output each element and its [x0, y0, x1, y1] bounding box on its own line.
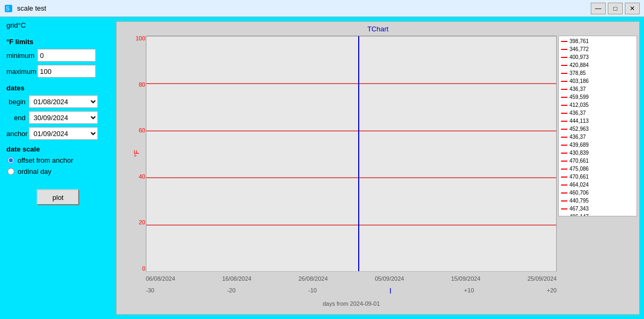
maximize-button[interactable]: □ — [608, 3, 623, 14]
legend-dash — [561, 73, 567, 74]
legend-value: 436,37 — [569, 85, 586, 93]
offset-label: offset from anchor — [18, 156, 73, 164]
legend-item: 459,599 — [561, 93, 634, 101]
grid-line-100 — [146, 36, 556, 37]
minimize-button[interactable]: — — [591, 3, 606, 14]
legend-dash — [561, 169, 567, 170]
legend-dash — [561, 137, 567, 138]
grid-label: grid°C — [6, 21, 110, 29]
legend-dash — [561, 153, 567, 154]
legend-value: 378,85 — [569, 69, 586, 77]
x-date-6: 25/09/2024 — [527, 275, 557, 282]
window-controls: — □ ✕ — [591, 3, 640, 14]
legend-value: 470,661 — [569, 157, 589, 165]
anchor-label: anchor — [6, 130, 26, 138]
x-day-1: -30 — [146, 287, 154, 293]
x-axis-days: -30 -20 -10 | +10 +20 — [146, 286, 557, 295]
tick-left-100: 100 — [136, 36, 145, 41]
legend-item: 403,186 — [561, 77, 634, 85]
legend-value: 412,035 — [569, 101, 589, 109]
minimum-input[interactable] — [37, 49, 96, 62]
legend-dash — [561, 145, 567, 146]
maximum-row: maximum — [6, 65, 110, 78]
x-axis-anchor-label: days from 2024-09-01 — [146, 300, 557, 307]
date-scale-label: date scale — [6, 145, 110, 153]
app-icon: S — [4, 4, 13, 13]
x-axis-dates: 06/08/2024 16/08/2024 26/08/2024 05/09/2… — [146, 274, 557, 283]
tick-left-0: 0 — [142, 266, 145, 272]
chart-title: TChart — [367, 25, 389, 33]
x-day-2: -20 — [227, 287, 236, 293]
legend-value: 430,839 — [569, 149, 589, 157]
minimum-label: minimum — [6, 52, 34, 60]
close-button[interactable]: ✕ — [625, 3, 640, 14]
end-row: end 30/09/2024 — [6, 111, 110, 124]
x-day-3: -10 — [308, 287, 317, 293]
legend-item: 470,661 — [561, 173, 634, 181]
end-select[interactable]: 30/09/2024 — [29, 111, 98, 124]
legend-dash — [561, 129, 567, 130]
x-date-3: 26/08/2024 — [299, 275, 328, 282]
legend-value: 403,186 — [569, 77, 589, 85]
begin-label: begin — [6, 98, 26, 106]
legend-value: 452,963 — [569, 125, 589, 133]
legend-value: 460,706 — [569, 189, 589, 197]
legend-item: 346,772 — [561, 45, 634, 53]
legend-value: 459,599 — [569, 93, 589, 101]
grid-line-0 — [146, 271, 556, 272]
legend-dash — [561, 161, 567, 162]
x-date-4: 05/09/2024 — [375, 275, 404, 282]
legend-item: 420,884 — [561, 61, 634, 69]
chart-area: TChart °F °C 100 80 60 40 20 0 30 20 10 … — [116, 21, 640, 315]
legend-item: 378,85 — [561, 69, 634, 77]
legend-dash — [561, 49, 567, 50]
legend-item: 486,147 — [561, 213, 634, 216]
legend-value: 346,772 — [569, 45, 589, 53]
begin-row: begin 01/08/2024 — [6, 95, 110, 108]
x-date-5: 15/09/2024 — [451, 275, 481, 282]
legend-dash — [561, 97, 567, 98]
legend-value: 420,884 — [569, 61, 589, 69]
ordinal-radio[interactable] — [7, 168, 14, 175]
tick-left-20: 20 — [139, 220, 145, 225]
legend-item: 470,661 — [561, 157, 634, 165]
legend-item: 467,343 — [561, 205, 634, 213]
legend-item: 400,973 — [561, 53, 634, 61]
tick-left-60: 60 — [139, 128, 145, 133]
legend-item: 436,37 — [561, 133, 634, 141]
legend-dash — [561, 105, 567, 106]
legend-value: 464,024 — [569, 181, 589, 189]
legend-item: 440,795 — [561, 197, 634, 205]
legend-item: 464,024 — [561, 181, 634, 189]
legend-item: 475,086 — [561, 165, 634, 173]
anchor-row: anchor 01/09/2024 — [6, 127, 110, 140]
legend-item: 436,37 — [561, 109, 634, 117]
legend-dash — [561, 192, 567, 194]
svg-text:S: S — [6, 6, 10, 12]
maximum-input[interactable] — [37, 65, 96, 78]
tick-left-40: 40 — [139, 174, 145, 180]
legend-dash — [561, 89, 567, 90]
offset-radio[interactable] — [7, 157, 14, 164]
legend-dash — [561, 41, 567, 42]
legend-dash — [561, 65, 567, 66]
legend-item: 444,113 — [561, 117, 634, 125]
ordinal-label: ordinal day — [18, 167, 52, 175]
main-layout: grid°C °F limits minimum maximum dates b… — [0, 17, 644, 319]
title-bar: S scale test — □ ✕ — [0, 0, 644, 17]
ordinal-radio-row: ordinal day — [7, 167, 110, 175]
anchor-vertical-line — [358, 36, 359, 271]
legend-dash — [561, 200, 567, 202]
legend-value: 400,973 — [569, 53, 589, 61]
legend-value: 439,689 — [569, 141, 589, 149]
plot-button[interactable]: plot — [37, 189, 79, 205]
x-date-2: 16/08/2024 — [222, 275, 251, 282]
legend-dash — [561, 177, 567, 178]
begin-select[interactable]: 01/08/2024 — [29, 95, 98, 108]
window-title: scale test — [17, 4, 587, 12]
x-day-5: +20 — [547, 287, 557, 293]
anchor-select[interactable]: 01/09/2024 — [29, 127, 98, 140]
x-day-4: +10 — [464, 287, 474, 293]
legend-value: 444,113 — [569, 117, 589, 125]
offset-radio-row: offset from anchor — [7, 156, 110, 164]
